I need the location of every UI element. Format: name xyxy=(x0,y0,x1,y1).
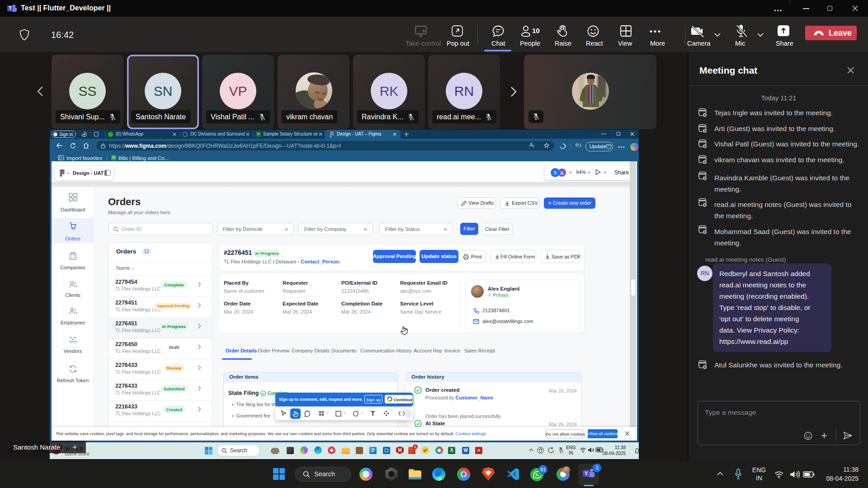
svg-text:T: T xyxy=(9,6,11,11)
svg-text:T: T xyxy=(585,471,588,476)
